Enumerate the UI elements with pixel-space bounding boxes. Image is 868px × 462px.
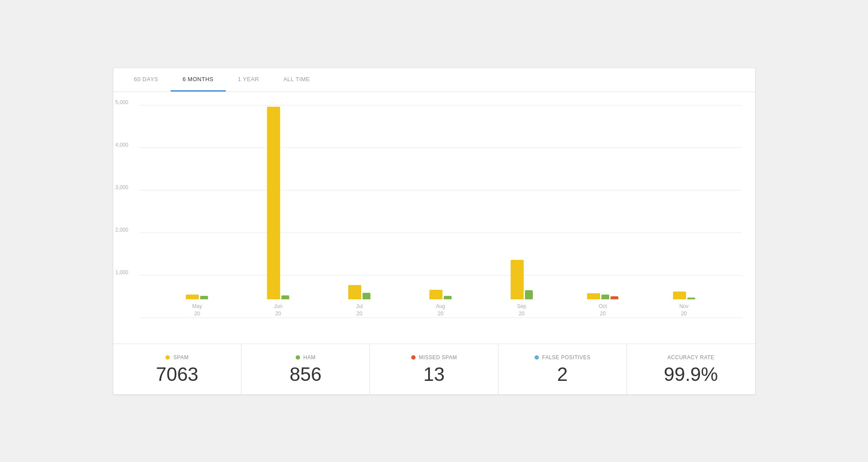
summary-bar: SPAM 7063 HAM 856 MISSED SPAM 13 FALSE P…: [113, 344, 755, 394]
bars-wrapper: [400, 290, 481, 299]
bar-spam: [511, 260, 524, 299]
false-positives-label-text: FALSE POSITIVES: [542, 354, 591, 360]
accuracy-rate-label: ACCURACY RATE: [667, 354, 714, 360]
tabs-bar: 60 DAYS 6 MONTHS 1 YEAR ALL TIME: [113, 68, 755, 92]
accuracy-rate-value: 99.9%: [664, 365, 718, 384]
bars-wrapper: [319, 285, 400, 299]
tab-alltime[interactable]: ALL TIME: [271, 68, 322, 92]
chart-area: 5,0004,0003,0002,0001,000 May20Jun20Jul2…: [113, 92, 755, 344]
missed-spam-label: MISSED SPAM: [411, 354, 457, 360]
bar-spam: [348, 285, 361, 299]
chart-container: 60 DAYS 6 MONTHS 1 YEAR ALL TIME 5,0004,…: [113, 68, 756, 395]
chart-inner: 5,0004,0003,0002,0001,000 May20Jun20Jul2…: [139, 105, 742, 339]
bar-spam: [267, 107, 280, 299]
ham-label-text: HAM: [304, 354, 316, 360]
tab-6months[interactable]: 6 MONTHS: [171, 68, 226, 92]
bar-ham: [525, 290, 533, 299]
bar-spam: [587, 293, 600, 299]
bar-ham: [444, 296, 452, 299]
bar-ham: [601, 295, 609, 299]
month-label: Oct20: [599, 303, 607, 318]
y-axis-label: 1,000: [116, 269, 129, 275]
month-group: Oct20: [562, 293, 644, 317]
missed-spam-dot: [411, 355, 416, 360]
summary-spam: SPAM 7063: [113, 344, 242, 394]
ham-value: 856: [290, 365, 321, 384]
false-positives-label: FALSE POSITIVES: [535, 354, 591, 360]
month-label: Jun20: [274, 303, 282, 318]
month-group: Jun20: [238, 107, 319, 317]
bars-area: May20Jun20Jul20Aug20Sep20Oct20Nov20: [139, 105, 742, 318]
month-group: May20: [157, 295, 238, 317]
bar-spam: [429, 290, 442, 299]
month-group: Nov20: [644, 292, 725, 318]
bars-wrapper: [644, 292, 725, 299]
spam-value: 7063: [156, 365, 198, 384]
tab-60days[interactable]: 60 DAYS: [122, 68, 171, 92]
accuracy-rate-label-text: ACCURACY RATE: [667, 354, 714, 360]
bar-ham: [363, 293, 370, 299]
bar-ham: [281, 295, 289, 299]
bar-spam: [186, 295, 199, 299]
month-label: May20: [192, 303, 202, 318]
month-label: Jul20: [356, 303, 363, 318]
grid-line: [139, 318, 742, 318]
month-group: Sep20: [481, 260, 562, 318]
bar-spam: [673, 292, 686, 299]
y-axis-label: 5,000: [116, 99, 129, 105]
y-axis-label: 2,000: [116, 227, 129, 233]
bars-wrapper: [157, 295, 238, 299]
spam-label: SPAM: [165, 354, 188, 360]
missed-spam-label-text: MISSED SPAM: [419, 354, 457, 360]
bar-ham: [200, 296, 208, 299]
month-label: Sep20: [517, 303, 526, 318]
missed-spam-value: 13: [423, 365, 445, 384]
y-axis-label: 3,000: [116, 184, 129, 190]
bar-missed-spam: [611, 296, 618, 299]
bars-wrapper: [481, 260, 562, 299]
y-axis-label: 4,000: [116, 142, 129, 148]
ham-dot: [296, 355, 300, 360]
bars-wrapper: [238, 107, 319, 299]
false-positives-dot: [535, 355, 539, 360]
tab-1year[interactable]: 1 YEAR: [226, 68, 271, 92]
summary-false-positives: FALSE POSITIVES 2: [498, 344, 627, 394]
spam-label-text: SPAM: [173, 354, 188, 360]
summary-missed-spam: MISSED SPAM 13: [370, 344, 498, 394]
false-positives-value: 2: [557, 365, 568, 384]
month-label: Aug20: [436, 303, 445, 318]
spam-dot: [165, 355, 170, 360]
month-label: Nov20: [679, 303, 688, 318]
summary-ham: HAM 856: [241, 344, 370, 394]
ham-label: HAM: [296, 354, 316, 360]
bars-wrapper: [562, 293, 644, 299]
month-group: Aug20: [400, 290, 481, 318]
bar-ham: [687, 298, 695, 299]
summary-accuracy-rate: ACCURACY RATE 99.9%: [627, 344, 755, 394]
month-group: Jul20: [319, 285, 400, 317]
